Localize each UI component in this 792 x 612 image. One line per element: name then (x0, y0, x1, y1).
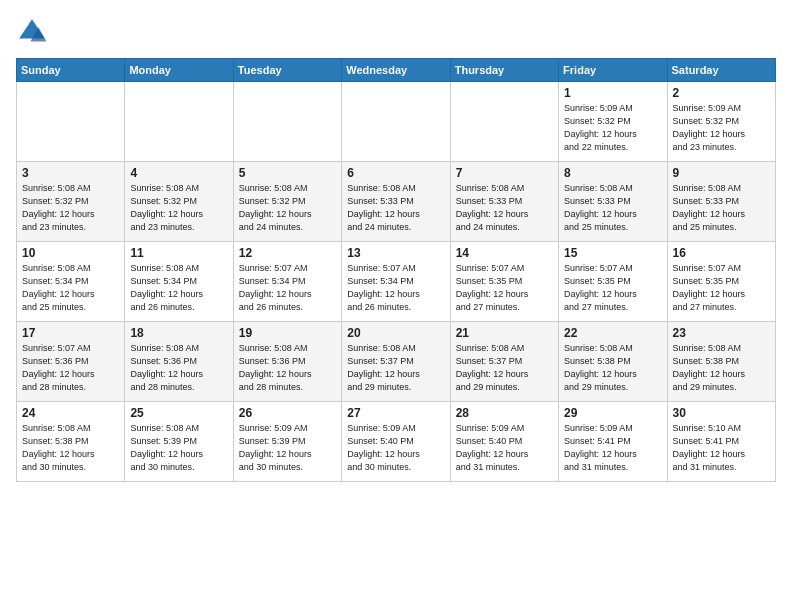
calendar-week-4: 24Sunrise: 5:08 AM Sunset: 5:38 PM Dayli… (17, 402, 776, 482)
day-number: 6 (347, 166, 444, 180)
calendar-week-3: 17Sunrise: 5:07 AM Sunset: 5:36 PM Dayli… (17, 322, 776, 402)
day-number: 1 (564, 86, 661, 100)
calendar-week-0: 1Sunrise: 5:09 AM Sunset: 5:32 PM Daylig… (17, 82, 776, 162)
day-info: Sunrise: 5:07 AM Sunset: 5:35 PM Dayligh… (456, 262, 553, 314)
calendar-cell: 25Sunrise: 5:08 AM Sunset: 5:39 PM Dayli… (125, 402, 233, 482)
day-info: Sunrise: 5:09 AM Sunset: 5:32 PM Dayligh… (673, 102, 770, 154)
day-info: Sunrise: 5:08 AM Sunset: 5:32 PM Dayligh… (130, 182, 227, 234)
calendar-cell: 6Sunrise: 5:08 AM Sunset: 5:33 PM Daylig… (342, 162, 450, 242)
day-number: 12 (239, 246, 336, 260)
calendar-cell: 20Sunrise: 5:08 AM Sunset: 5:37 PM Dayli… (342, 322, 450, 402)
day-info: Sunrise: 5:08 AM Sunset: 5:38 PM Dayligh… (564, 342, 661, 394)
col-header-thursday: Thursday (450, 59, 558, 82)
day-info: Sunrise: 5:08 AM Sunset: 5:32 PM Dayligh… (22, 182, 119, 234)
calendar-cell (342, 82, 450, 162)
calendar-cell: 19Sunrise: 5:08 AM Sunset: 5:36 PM Dayli… (233, 322, 341, 402)
day-number: 30 (673, 406, 770, 420)
day-number: 18 (130, 326, 227, 340)
day-number: 20 (347, 326, 444, 340)
day-number: 2 (673, 86, 770, 100)
day-info: Sunrise: 5:08 AM Sunset: 5:36 PM Dayligh… (239, 342, 336, 394)
day-number: 22 (564, 326, 661, 340)
col-header-monday: Monday (125, 59, 233, 82)
calendar-cell: 24Sunrise: 5:08 AM Sunset: 5:38 PM Dayli… (17, 402, 125, 482)
day-number: 16 (673, 246, 770, 260)
day-number: 27 (347, 406, 444, 420)
day-number: 11 (130, 246, 227, 260)
day-info: Sunrise: 5:08 AM Sunset: 5:34 PM Dayligh… (22, 262, 119, 314)
day-info: Sunrise: 5:08 AM Sunset: 5:39 PM Dayligh… (130, 422, 227, 474)
col-header-friday: Friday (559, 59, 667, 82)
day-info: Sunrise: 5:09 AM Sunset: 5:39 PM Dayligh… (239, 422, 336, 474)
day-number: 25 (130, 406, 227, 420)
calendar-cell: 16Sunrise: 5:07 AM Sunset: 5:35 PM Dayli… (667, 242, 775, 322)
calendar-cell: 12Sunrise: 5:07 AM Sunset: 5:34 PM Dayli… (233, 242, 341, 322)
calendar-cell: 10Sunrise: 5:08 AM Sunset: 5:34 PM Dayli… (17, 242, 125, 322)
day-info: Sunrise: 5:07 AM Sunset: 5:34 PM Dayligh… (239, 262, 336, 314)
calendar-cell (125, 82, 233, 162)
calendar-cell: 1Sunrise: 5:09 AM Sunset: 5:32 PM Daylig… (559, 82, 667, 162)
day-info: Sunrise: 5:08 AM Sunset: 5:33 PM Dayligh… (564, 182, 661, 234)
calendar-cell: 5Sunrise: 5:08 AM Sunset: 5:32 PM Daylig… (233, 162, 341, 242)
day-info: Sunrise: 5:10 AM Sunset: 5:41 PM Dayligh… (673, 422, 770, 474)
day-info: Sunrise: 5:07 AM Sunset: 5:36 PM Dayligh… (22, 342, 119, 394)
day-number: 3 (22, 166, 119, 180)
day-number: 15 (564, 246, 661, 260)
day-info: Sunrise: 5:08 AM Sunset: 5:37 PM Dayligh… (347, 342, 444, 394)
calendar-cell (450, 82, 558, 162)
day-number: 13 (347, 246, 444, 260)
day-info: Sunrise: 5:09 AM Sunset: 5:40 PM Dayligh… (347, 422, 444, 474)
day-number: 4 (130, 166, 227, 180)
calendar-cell: 2Sunrise: 5:09 AM Sunset: 5:32 PM Daylig… (667, 82, 775, 162)
page: SundayMondayTuesdayWednesdayThursdayFrid… (0, 0, 792, 612)
day-info: Sunrise: 5:08 AM Sunset: 5:34 PM Dayligh… (130, 262, 227, 314)
calendar-cell: 7Sunrise: 5:08 AM Sunset: 5:33 PM Daylig… (450, 162, 558, 242)
col-header-wednesday: Wednesday (342, 59, 450, 82)
day-number: 26 (239, 406, 336, 420)
calendar-week-1: 3Sunrise: 5:08 AM Sunset: 5:32 PM Daylig… (17, 162, 776, 242)
day-number: 8 (564, 166, 661, 180)
calendar-cell (17, 82, 125, 162)
calendar-cell: 27Sunrise: 5:09 AM Sunset: 5:40 PM Dayli… (342, 402, 450, 482)
calendar-cell: 15Sunrise: 5:07 AM Sunset: 5:35 PM Dayli… (559, 242, 667, 322)
calendar-table: SundayMondayTuesdayWednesdayThursdayFrid… (16, 58, 776, 482)
col-header-sunday: Sunday (17, 59, 125, 82)
col-header-saturday: Saturday (667, 59, 775, 82)
day-number: 14 (456, 246, 553, 260)
calendar-cell: 4Sunrise: 5:08 AM Sunset: 5:32 PM Daylig… (125, 162, 233, 242)
day-number: 24 (22, 406, 119, 420)
day-number: 23 (673, 326, 770, 340)
calendar-cell: 22Sunrise: 5:08 AM Sunset: 5:38 PM Dayli… (559, 322, 667, 402)
day-number: 5 (239, 166, 336, 180)
calendar-cell: 9Sunrise: 5:08 AM Sunset: 5:33 PM Daylig… (667, 162, 775, 242)
day-number: 29 (564, 406, 661, 420)
calendar-cell: 29Sunrise: 5:09 AM Sunset: 5:41 PM Dayli… (559, 402, 667, 482)
day-info: Sunrise: 5:07 AM Sunset: 5:35 PM Dayligh… (564, 262, 661, 314)
day-info: Sunrise: 5:09 AM Sunset: 5:40 PM Dayligh… (456, 422, 553, 474)
day-number: 19 (239, 326, 336, 340)
day-info: Sunrise: 5:09 AM Sunset: 5:32 PM Dayligh… (564, 102, 661, 154)
day-number: 21 (456, 326, 553, 340)
day-info: Sunrise: 5:08 AM Sunset: 5:32 PM Dayligh… (239, 182, 336, 234)
day-info: Sunrise: 5:08 AM Sunset: 5:33 PM Dayligh… (456, 182, 553, 234)
day-number: 17 (22, 326, 119, 340)
day-info: Sunrise: 5:08 AM Sunset: 5:36 PM Dayligh… (130, 342, 227, 394)
day-info: Sunrise: 5:08 AM Sunset: 5:33 PM Dayligh… (347, 182, 444, 234)
day-number: 9 (673, 166, 770, 180)
calendar-cell: 30Sunrise: 5:10 AM Sunset: 5:41 PM Dayli… (667, 402, 775, 482)
col-header-tuesday: Tuesday (233, 59, 341, 82)
calendar-cell: 26Sunrise: 5:09 AM Sunset: 5:39 PM Dayli… (233, 402, 341, 482)
day-number: 28 (456, 406, 553, 420)
day-info: Sunrise: 5:07 AM Sunset: 5:35 PM Dayligh… (673, 262, 770, 314)
calendar-cell: 17Sunrise: 5:07 AM Sunset: 5:36 PM Dayli… (17, 322, 125, 402)
calendar-week-2: 10Sunrise: 5:08 AM Sunset: 5:34 PM Dayli… (17, 242, 776, 322)
calendar-cell: 18Sunrise: 5:08 AM Sunset: 5:36 PM Dayli… (125, 322, 233, 402)
day-info: Sunrise: 5:08 AM Sunset: 5:33 PM Dayligh… (673, 182, 770, 234)
day-info: Sunrise: 5:08 AM Sunset: 5:38 PM Dayligh… (673, 342, 770, 394)
calendar-cell: 8Sunrise: 5:08 AM Sunset: 5:33 PM Daylig… (559, 162, 667, 242)
calendar-header-row: SundayMondayTuesdayWednesdayThursdayFrid… (17, 59, 776, 82)
calendar-cell: 21Sunrise: 5:08 AM Sunset: 5:37 PM Dayli… (450, 322, 558, 402)
day-info: Sunrise: 5:08 AM Sunset: 5:37 PM Dayligh… (456, 342, 553, 394)
logo (16, 16, 52, 48)
day-info: Sunrise: 5:07 AM Sunset: 5:34 PM Dayligh… (347, 262, 444, 314)
